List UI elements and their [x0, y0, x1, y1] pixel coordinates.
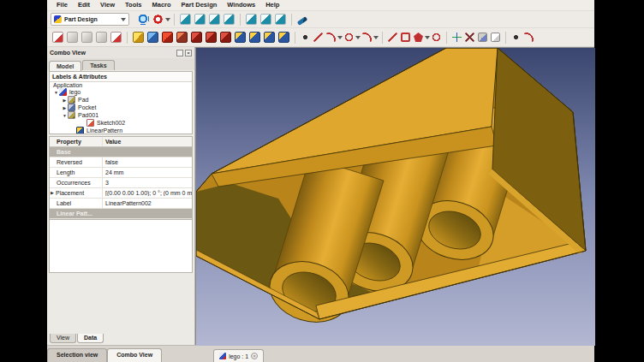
menu-view[interactable]: View: [95, 0, 120, 10]
conic-icon[interactable]: [362, 33, 372, 42]
tree-item-pocket[interactable]: ▶ Pocket: [50, 104, 192, 111]
3d-viewport[interactable]: [195, 47, 594, 345]
bottom-dock-bar: Selection view Combo View lego : 1 ×: [47, 345, 594, 362]
close-panel-icon[interactable]: ×: [185, 50, 192, 56]
pad-icon[interactable]: [133, 32, 144, 43]
rear-view-icon[interactable]: [246, 14, 257, 25]
tree-item-lego[interactable]: ▼ lego: [50, 88, 192, 96]
line-icon[interactable]: [313, 33, 323, 42]
tree-item-sketch002[interactable]: Sketch002: [50, 119, 192, 127]
tab-combo-view[interactable]: Combo View: [107, 348, 162, 362]
edit-sketch-icon[interactable]: [110, 32, 122, 43]
document-tab-lego[interactable]: lego : 1 ×: [213, 349, 264, 362]
linear-pattern-icon[interactable]: [249, 32, 260, 43]
close-document-icon[interactable]: ×: [251, 353, 258, 359]
boolean-icon[interactable]: [220, 32, 231, 43]
float-panel-icon[interactable]: [176, 50, 183, 56]
map-sketch-icon[interactable]: [96, 32, 107, 43]
additive-primitive-icon[interactable]: [191, 32, 202, 43]
document-icon: [59, 88, 67, 96]
polyline-icon[interactable]: [388, 33, 397, 42]
property-editor-empty: [49, 220, 193, 273]
menu-part-design[interactable]: Part Design: [176, 0, 223, 10]
pocket-feature-icon: [68, 104, 75, 111]
arc-icon[interactable]: [326, 33, 336, 42]
subtractive-primitive-icon[interactable]: [206, 32, 217, 43]
rectangle-icon[interactable]: [401, 33, 410, 42]
new-sketch-icon[interactable]: [52, 32, 63, 43]
tab-model[interactable]: Model: [49, 61, 81, 71]
expand-arrow-icon[interactable]: ▶: [62, 105, 68, 110]
expand-arrow-icon[interactable]: ▶: [62, 98, 68, 103]
property-group-linear-pattern[interactable]: Linear Patt...: [50, 209, 192, 219]
expand-arrow-icon[interactable]: ▼: [62, 113, 68, 118]
workbench-icon: [54, 15, 62, 23]
property-view-data-tabs: View Data: [47, 334, 194, 345]
left-view-icon[interactable]: [275, 14, 286, 25]
tree-item-linearpattern[interactable]: LinearPattern: [50, 127, 192, 134]
view-sketch-icon[interactable]: [81, 32, 92, 43]
separator: [174, 14, 175, 26]
tree-item-pad001[interactable]: ▼ Pad001: [50, 111, 192, 119]
arc-chevron-icon[interactable]: [337, 36, 343, 42]
sketch-icon: [86, 119, 94, 127]
construction-mode-icon[interactable]: [452, 33, 462, 42]
tab-tasks[interactable]: Tasks: [82, 60, 114, 70]
tab-data[interactable]: Data: [77, 334, 104, 343]
separator: [446, 32, 447, 44]
separator: [240, 14, 241, 26]
separator: [291, 14, 292, 26]
menu-edit[interactable]: Edit: [73, 0, 95, 10]
menu-macro[interactable]: Macro: [147, 0, 176, 10]
freecad-window: File Edit View Tools Macro Part Design W…: [47, 0, 594, 362]
property-row-reversed[interactable]: Reversed false: [50, 157, 192, 168]
menu-tools[interactable]: Tools: [120, 0, 146, 10]
multitransform-icon[interactable]: [278, 32, 289, 43]
point-icon[interactable]: [301, 33, 310, 42]
workbench-selector[interactable]: Part Design: [51, 13, 129, 26]
polygon-icon[interactable]: [414, 33, 423, 42]
tab-view[interactable]: View: [50, 334, 76, 343]
fit-all-icon[interactable]: [138, 14, 149, 25]
draw-style-chevron-icon[interactable]: [165, 18, 170, 24]
separator: [295, 32, 295, 44]
draw-style-icon[interactable]: [152, 14, 164, 25]
expand-arrow-icon[interactable]: ▼: [53, 90, 59, 95]
revolution-icon[interactable]: [162, 32, 173, 43]
conic-chevron-icon[interactable]: [373, 36, 379, 42]
axonometric-view-icon[interactable]: [180, 14, 191, 25]
top-view-icon[interactable]: [209, 14, 220, 25]
polar-pattern-icon[interactable]: [264, 32, 275, 43]
measure-distance-icon[interactable]: [297, 16, 308, 26]
mirrored-icon[interactable]: [235, 32, 246, 43]
document-icon: [219, 353, 226, 359]
pocket-icon[interactable]: [147, 32, 158, 43]
slot-icon[interactable]: [432, 33, 441, 42]
property-row-length[interactable]: Length 24 mm: [50, 168, 192, 178]
point-tool-icon[interactable]: [511, 33, 521, 42]
front-view-icon[interactable]: [194, 14, 206, 25]
workbench-label: Part Design: [64, 16, 121, 22]
leave-sketch-icon[interactable]: [67, 32, 78, 43]
tree-item-application[interactable]: Application: [50, 82, 192, 88]
bottom-view-icon[interactable]: [260, 14, 271, 25]
property-row-label[interactable]: Label LinearPattern002: [50, 199, 192, 209]
carbon-copy-icon[interactable]: [491, 33, 500, 42]
menu-file[interactable]: File: [51, 0, 73, 10]
tab-selection-view[interactable]: Selection view: [47, 348, 107, 362]
right-view-icon[interactable]: [224, 14, 235, 25]
circle-icon[interactable]: [344, 33, 354, 42]
menu-help[interactable]: Help: [260, 0, 284, 10]
circle-chevron-icon[interactable]: [355, 36, 361, 42]
trim-icon[interactable]: [465, 33, 474, 42]
property-group-base[interactable]: Base: [50, 147, 192, 157]
external-geometry-icon[interactable]: [478, 33, 487, 42]
menu-windows[interactable]: Windows: [222, 0, 260, 10]
tree-item-pad[interactable]: ▶ Pad: [50, 96, 192, 104]
linear-pattern-feature-icon: [76, 127, 84, 134]
property-row-occurrences[interactable]: Occurrences 3: [50, 178, 192, 188]
property-row-placement[interactable]: ▶Placement [(0.00 0.00 1.00); 0 °; (0 mm…: [50, 188, 192, 199]
polygon-chevron-icon[interactable]: [425, 36, 430, 42]
fillet-icon[interactable]: [524, 33, 534, 42]
groove-icon[interactable]: [176, 32, 188, 43]
